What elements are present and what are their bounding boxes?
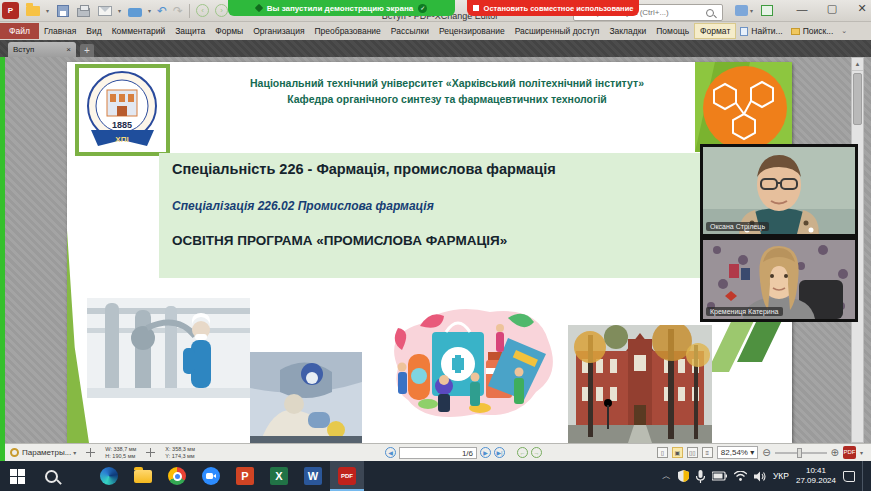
annotate-icon <box>255 4 263 12</box>
start-button[interactable] <box>0 461 34 491</box>
prev-page-icon[interactable]: ◀ <box>385 447 396 458</box>
undo-icon[interactable]: ↶ <box>157 5 167 17</box>
menu-overflow-icon[interactable]: ⌄ <box>841 27 847 35</box>
tray-expand-icon[interactable]: ︿ <box>662 470 671 483</box>
zoom-slider[interactable] <box>775 452 827 454</box>
compatibility-mode-icon[interactable]: PDF <box>843 446 856 459</box>
menu-format[interactable]: Формат <box>694 23 736 39</box>
menu-comment[interactable]: Комментарий <box>107 24 171 38</box>
microphone-icon[interactable] <box>696 470 705 483</box>
action-center-icon[interactable] <box>843 471 855 482</box>
taskbar-explorer[interactable] <box>126 461 160 491</box>
taskbar-excel[interactable]: X <box>262 461 296 491</box>
tab-vstup[interactable]: Вступ × <box>8 42 76 57</box>
find-button[interactable]: Найти... <box>736 26 786 36</box>
taskbar-edge[interactable] <box>92 461 126 491</box>
maximize-button[interactable]: ▢ <box>825 2 839 15</box>
history-back-icon[interactable]: ← <box>517 447 528 458</box>
share-users-button[interactable]: ▾ <box>735 5 753 16</box>
compat-caret-icon[interactable]: ▾ <box>860 449 863 456</box>
taskbar-search-button[interactable] <box>34 461 68 491</box>
menu-home[interactable]: Главная <box>39 24 81 38</box>
taskbar-chrome[interactable] <box>160 461 194 491</box>
clock-time: 10:41 <box>796 466 836 476</box>
nav-back-icon[interactable]: ‹ <box>196 4 209 17</box>
close-button[interactable]: ✕ <box>855 2 869 15</box>
app-grid-icon[interactable] <box>761 5 773 16</box>
fit-page-view-icon[interactable]: ▣ <box>672 447 683 458</box>
dimension-icon <box>86 448 95 457</box>
print-button[interactable] <box>76 3 91 18</box>
logo-year-text: 1885 <box>112 120 132 130</box>
scan-button[interactable] <box>127 3 142 18</box>
scanner-icon <box>128 8 142 17</box>
participant-video-1[interactable]: Оксана Стрілець <box>700 144 858 237</box>
taskbar-zoom[interactable] <box>194 461 228 491</box>
wifi-icon[interactable] <box>734 471 747 481</box>
nav-forward-icon[interactable]: › <box>215 4 228 17</box>
zoom-app-icon <box>202 467 220 485</box>
single-page-view-icon[interactable]: ▯ <box>657 447 668 458</box>
speaker-icon[interactable] <box>754 471 766 482</box>
language-indicator[interactable]: УКР <box>773 471 789 481</box>
two-page-view-icon[interactable]: ▯▯ <box>687 447 698 458</box>
menu-file[interactable]: Файл <box>0 23 39 39</box>
minimize-button[interactable]: — <box>795 3 809 15</box>
menu-view[interactable]: Вид <box>81 24 106 38</box>
menu-accessibility[interactable]: Расширенный доступ <box>510 24 605 38</box>
scan-caret-icon[interactable]: ▾ <box>148 7 151 14</box>
defender-shield-icon[interactable] <box>678 470 689 482</box>
taskbar-pdfxchange[interactable]: PDF <box>330 461 364 491</box>
history-forward-icon[interactable]: → <box>531 447 542 458</box>
open-caret-icon[interactable]: ▾ <box>46 7 49 14</box>
stop-share-button[interactable]: Остановить совместное использование <box>467 0 639 16</box>
view-controls: ▯ ▣ ▯▯ ≡ 82,54% ▾ ⊖ ⊕ PDF ▾ <box>657 446 863 459</box>
options-caret-icon[interactable]: ▾ <box>73 449 76 456</box>
program-title: ОСВІТНЯ ПРОГРАМА «ПРОМИСЛОВА ФАРМАЦІЯ» <box>172 233 700 248</box>
find-icon <box>740 27 748 36</box>
taskbar-word[interactable]: W <box>296 461 330 491</box>
open-button[interactable] <box>25 3 40 18</box>
zoom-in-icon[interactable]: ⊕ <box>831 447 839 458</box>
taskbar-powerpoint[interactable]: P <box>228 461 262 491</box>
menu-convert[interactable]: Преобразование <box>309 24 385 38</box>
scrollbar-thumb[interactable] <box>853 73 862 125</box>
document-tabbar: Вступ × + <box>0 40 871 57</box>
page-number-input[interactable]: 1/6 <box>399 447 477 459</box>
menu-help[interactable]: Помощь <box>651 24 694 38</box>
show-desktop-button[interactable] <box>862 461 867 491</box>
new-tab-button[interactable]: + <box>80 44 94 57</box>
zoom-level-dropdown[interactable]: 82,54% ▾ <box>717 446 758 459</box>
users-icon <box>735 5 748 16</box>
slide-left-decoration <box>67 230 89 443</box>
participant-video-2[interactable]: Кремениця Катерина <box>700 237 858 322</box>
menu-mailings[interactable]: Рассылки <box>386 24 434 38</box>
email-caret-icon[interactable]: ▾ <box>118 7 121 14</box>
search-folder-icon <box>791 28 800 35</box>
taskbar-clock[interactable]: 10:41 27.09.2024 <box>796 466 836 487</box>
menu-forms[interactable]: Формы <box>210 24 248 38</box>
search-button[interactable]: Поиск... <box>787 26 838 36</box>
save-button[interactable] <box>55 3 70 18</box>
last-page-icon[interactable]: ▶| <box>494 447 505 458</box>
pdfxchange-icon: PDF <box>338 467 356 485</box>
next-page-icon[interactable]: ▶ <box>480 447 491 458</box>
zoom-out-icon[interactable]: ⊖ <box>762 447 770 458</box>
redo-icon[interactable]: ↷ <box>173 5 183 17</box>
menu-bookmarks[interactable]: Закладки <box>604 24 651 38</box>
menu-organize[interactable]: Организация <box>248 24 309 38</box>
save-icon <box>57 5 69 17</box>
open-folder-icon <box>26 6 40 16</box>
print-icon <box>77 8 90 17</box>
scroll-view-icon[interactable]: ≡ <box>702 447 713 458</box>
menu-protect[interactable]: Защита <box>170 24 210 38</box>
scroll-up-icon[interactable]: ▲ <box>852 58 863 71</box>
zoom-slider-thumb[interactable] <box>797 448 802 458</box>
tab-close-icon[interactable]: × <box>66 45 71 54</box>
options-dropdown[interactable]: Параметры... <box>22 448 71 457</box>
campus-building-photo <box>568 325 712 443</box>
cursor-position-icon <box>146 448 155 457</box>
menu-review[interactable]: Рецензирование <box>434 24 510 38</box>
email-button[interactable] <box>97 3 112 18</box>
battery-icon[interactable] <box>712 471 727 481</box>
